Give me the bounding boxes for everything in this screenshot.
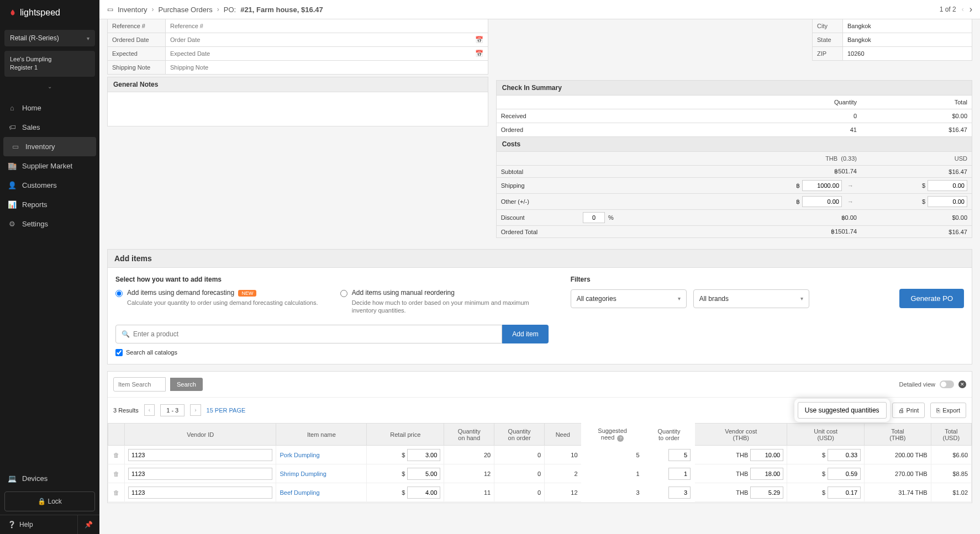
crumb-inventory[interactable]: Inventory [118, 6, 147, 14]
chart-icon: 📊 [8, 200, 17, 209]
pin-button[interactable]: 📌 [77, 515, 99, 534]
nav-inventory[interactable]: ▭Inventory [3, 137, 96, 156]
radio-manual-reordering[interactable] [340, 290, 347, 297]
expected-date-input[interactable] [166, 47, 475, 60]
unit-cost-input[interactable] [828, 487, 861, 499]
vendor-cost-input[interactable] [750, 468, 783, 480]
pager-prev[interactable]: ‹ [962, 6, 964, 13]
nav-supplier-market[interactable]: 🏬Supplier Market [0, 156, 99, 176]
filters-label: Filters [571, 276, 964, 283]
pager-next-button[interactable]: › [190, 404, 201, 416]
field-label: Expected [108, 47, 166, 60]
vendor-id-input[interactable] [128, 468, 272, 480]
unit-cost-input[interactable] [828, 449, 861, 461]
need: 10 [545, 446, 582, 464]
pin-icon: 📌 [85, 521, 93, 528]
table-row: 🗑 Pork Dumpling $ 20 0 10 5 THB $ 200.00… [108, 446, 972, 464]
other-usd-input[interactable] [928, 196, 967, 207]
col-need: Need [545, 424, 582, 446]
close-icon[interactable]: ✕ [958, 380, 966, 388]
retail-price-input[interactable] [407, 468, 440, 480]
retail-price-input[interactable] [407, 449, 440, 461]
qty-to-order-input[interactable] [668, 468, 691, 480]
add-item-button[interactable]: Add item [502, 325, 548, 343]
delete-row-icon[interactable]: 🗑 [113, 452, 119, 458]
calendar-icon[interactable]: 📅 [475, 50, 488, 57]
discount-pct-input[interactable] [583, 212, 605, 223]
select-value: All brands [699, 295, 729, 303]
pager-next[interactable]: › [970, 4, 972, 14]
item-name-link[interactable]: Pork Dumpling [280, 452, 319, 458]
nav-sales[interactable]: 🏷Sales [0, 118, 99, 137]
crumb-purchase-orders[interactable]: Purchase Orders [158, 6, 212, 14]
vendor-cost-input[interactable] [750, 487, 783, 499]
item-search-input[interactable] [113, 377, 166, 392]
shipping-note-input[interactable] [166, 61, 488, 74]
arrow-icon: → [844, 182, 857, 189]
item-name-link[interactable]: Beef Dumpling [280, 489, 319, 496]
vendor-cost-input[interactable] [750, 449, 783, 461]
shipping-usd-input[interactable] [928, 180, 967, 191]
subtotal-thb: ฿501.74 [618, 166, 861, 177]
nav-home[interactable]: ⌂Home [0, 98, 99, 118]
delete-row-icon[interactable]: 🗑 [113, 489, 119, 496]
brands-select[interactable]: All brands▾ [693, 289, 809, 308]
nav-label: Inventory [25, 142, 55, 151]
other-thb-input[interactable] [802, 196, 842, 207]
calendar-icon[interactable]: 📅 [475, 36, 488, 44]
pager-label: 1 of 2 [940, 6, 956, 13]
currency-symbol: $ [822, 489, 825, 496]
nav-settings[interactable]: ⚙Settings [0, 214, 99, 234]
categories-select[interactable]: All categories▾ [571, 289, 687, 308]
shipping-thb-input[interactable] [802, 180, 842, 191]
item-search-button[interactable]: Search [170, 378, 203, 391]
nav-label: Customers [22, 181, 57, 189]
ordered-date-input[interactable] [166, 33, 475, 46]
expand-indicator[interactable]: ⌄ [0, 81, 99, 92]
nav-devices[interactable]: 💻Devices [0, 469, 99, 488]
location-name: Lee's Dumpling [10, 55, 89, 64]
item-name-link[interactable]: Shrimp Dumpling [280, 470, 326, 477]
nav-customers[interactable]: 👤Customers [0, 176, 99, 195]
nav-reports[interactable]: 📊Reports [0, 195, 99, 214]
subtotal-usd: $16.47 [861, 166, 972, 177]
qty-on-hand: 20 [444, 446, 494, 464]
ordered-qty: 41 [751, 123, 861, 136]
qty-col-label: Quantity [751, 96, 861, 109]
retail-series-select[interactable]: Retail (R-Series) ▾ [4, 30, 95, 46]
product-search-input[interactable] [130, 325, 496, 343]
detailed-view-toggle[interactable] [940, 380, 954, 388]
thb-label: THB [825, 155, 837, 162]
pager-prev-button[interactable]: ‹ [144, 404, 155, 416]
generate-po-button[interactable]: Generate PO [899, 289, 964, 308]
reference-input[interactable] [166, 19, 488, 33]
qty-to-order-input[interactable] [668, 487, 691, 499]
general-notes-textarea[interactable] [107, 92, 488, 126]
lock-button[interactable]: 🔒 Lock [4, 491, 95, 511]
help-button[interactable]: ❔Help [0, 515, 77, 534]
help-icon[interactable]: ? [617, 435, 624, 442]
vendor-id-input[interactable] [128, 449, 272, 461]
help-label: Help [19, 521, 33, 528]
costs-header: Costs [496, 136, 972, 152]
lock-label: Lock [48, 498, 61, 505]
radio-demand-forecasting[interactable] [115, 290, 123, 297]
search-all-catalogs-checkbox[interactable] [115, 349, 123, 356]
col-unit-cost: Unit cost(USD) [787, 424, 865, 446]
print-button[interactable]: 🖨Print [892, 403, 925, 418]
per-page-select[interactable]: 15 PER PAGE [207, 407, 246, 414]
detailed-view-label: Detailed view [899, 381, 935, 388]
register-name: Register 1 [10, 64, 89, 72]
total-thb: 270.00 THB [865, 464, 931, 483]
delete-row-icon[interactable]: 🗑 [113, 470, 119, 477]
zip-value: 10260 [843, 47, 972, 60]
state-value: Bangkok [843, 33, 972, 46]
location-box[interactable]: Lee's Dumpling Register 1 [4, 51, 95, 77]
retail-price-input[interactable] [407, 487, 440, 499]
qty-to-order-input[interactable] [668, 449, 691, 461]
vendor-id-input[interactable] [128, 487, 272, 499]
use-suggested-quantities-button[interactable]: Use suggested quantities [798, 402, 887, 419]
export-button[interactable]: ⎘Export [930, 403, 966, 418]
export-label: Export [942, 407, 960, 414]
unit-cost-input[interactable] [828, 468, 861, 480]
